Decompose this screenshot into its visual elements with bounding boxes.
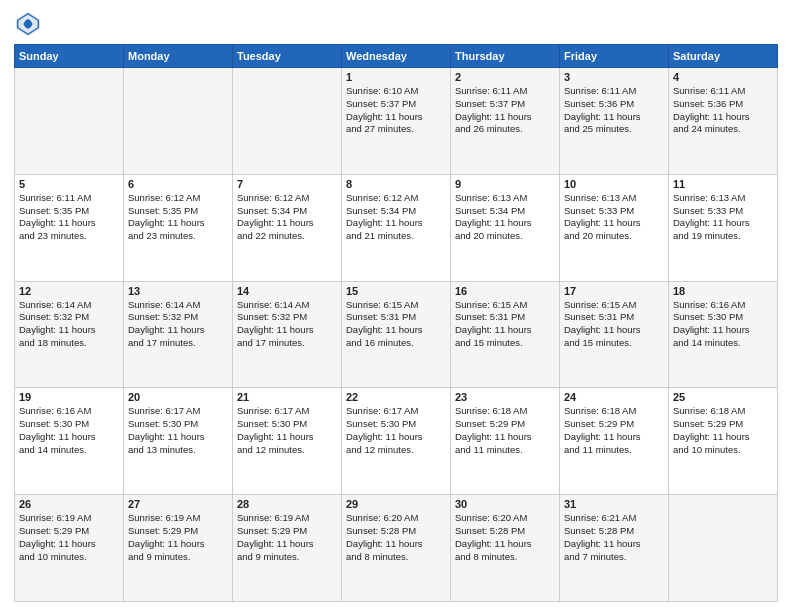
cell-content: Sunrise: 6:21 AM Sunset: 5:28 PM Dayligh… [564, 512, 664, 563]
cell-content: Sunrise: 6:19 AM Sunset: 5:29 PM Dayligh… [19, 512, 119, 563]
calendar-cell: 21Sunrise: 6:17 AM Sunset: 5:30 PM Dayli… [233, 388, 342, 495]
calendar-cell: 27Sunrise: 6:19 AM Sunset: 5:29 PM Dayli… [124, 495, 233, 602]
cell-content: Sunrise: 6:12 AM Sunset: 5:34 PM Dayligh… [237, 192, 337, 243]
cell-content: Sunrise: 6:15 AM Sunset: 5:31 PM Dayligh… [455, 299, 555, 350]
calendar-cell: 19Sunrise: 6:16 AM Sunset: 5:30 PM Dayli… [15, 388, 124, 495]
day-number: 3 [564, 71, 664, 83]
cell-content: Sunrise: 6:17 AM Sunset: 5:30 PM Dayligh… [128, 405, 228, 456]
day-number: 17 [564, 285, 664, 297]
cell-content: Sunrise: 6:12 AM Sunset: 5:34 PM Dayligh… [346, 192, 446, 243]
cell-content: Sunrise: 6:19 AM Sunset: 5:29 PM Dayligh… [128, 512, 228, 563]
day-number: 10 [564, 178, 664, 190]
day-number: 26 [19, 498, 119, 510]
calendar-cell: 12Sunrise: 6:14 AM Sunset: 5:32 PM Dayli… [15, 281, 124, 388]
calendar-cell: 14Sunrise: 6:14 AM Sunset: 5:32 PM Dayli… [233, 281, 342, 388]
cell-content: Sunrise: 6:20 AM Sunset: 5:28 PM Dayligh… [346, 512, 446, 563]
cell-content: Sunrise: 6:15 AM Sunset: 5:31 PM Dayligh… [346, 299, 446, 350]
day-number: 24 [564, 391, 664, 403]
calendar-cell: 8Sunrise: 6:12 AM Sunset: 5:34 PM Daylig… [342, 174, 451, 281]
calendar-cell [15, 68, 124, 175]
calendar-cell: 7Sunrise: 6:12 AM Sunset: 5:34 PM Daylig… [233, 174, 342, 281]
day-number: 8 [346, 178, 446, 190]
day-number: 4 [673, 71, 773, 83]
logo [14, 10, 46, 38]
calendar-week-2: 5Sunrise: 6:11 AM Sunset: 5:35 PM Daylig… [15, 174, 778, 281]
cell-content: Sunrise: 6:18 AM Sunset: 5:29 PM Dayligh… [564, 405, 664, 456]
weekday-header-monday: Monday [124, 45, 233, 68]
calendar-header: SundayMondayTuesdayWednesdayThursdayFrid… [15, 45, 778, 68]
day-number: 2 [455, 71, 555, 83]
cell-content: Sunrise: 6:18 AM Sunset: 5:29 PM Dayligh… [455, 405, 555, 456]
weekday-header-thursday: Thursday [451, 45, 560, 68]
cell-content: Sunrise: 6:17 AM Sunset: 5:30 PM Dayligh… [237, 405, 337, 456]
calendar-cell: 10Sunrise: 6:13 AM Sunset: 5:33 PM Dayli… [560, 174, 669, 281]
calendar-week-4: 19Sunrise: 6:16 AM Sunset: 5:30 PM Dayli… [15, 388, 778, 495]
cell-content: Sunrise: 6:10 AM Sunset: 5:37 PM Dayligh… [346, 85, 446, 136]
weekday-header-saturday: Saturday [669, 45, 778, 68]
cell-content: Sunrise: 6:13 AM Sunset: 5:33 PM Dayligh… [673, 192, 773, 243]
calendar-cell: 16Sunrise: 6:15 AM Sunset: 5:31 PM Dayli… [451, 281, 560, 388]
cell-content: Sunrise: 6:17 AM Sunset: 5:30 PM Dayligh… [346, 405, 446, 456]
day-number: 9 [455, 178, 555, 190]
day-number: 16 [455, 285, 555, 297]
day-number: 19 [19, 391, 119, 403]
day-number: 30 [455, 498, 555, 510]
calendar-cell: 30Sunrise: 6:20 AM Sunset: 5:28 PM Dayli… [451, 495, 560, 602]
day-number: 13 [128, 285, 228, 297]
weekday-header-friday: Friday [560, 45, 669, 68]
calendar-cell: 15Sunrise: 6:15 AM Sunset: 5:31 PM Dayli… [342, 281, 451, 388]
cell-content: Sunrise: 6:16 AM Sunset: 5:30 PM Dayligh… [19, 405, 119, 456]
calendar-week-1: 1Sunrise: 6:10 AM Sunset: 5:37 PM Daylig… [15, 68, 778, 175]
calendar-cell: 5Sunrise: 6:11 AM Sunset: 5:35 PM Daylig… [15, 174, 124, 281]
day-number: 21 [237, 391, 337, 403]
cell-content: Sunrise: 6:14 AM Sunset: 5:32 PM Dayligh… [19, 299, 119, 350]
calendar-cell: 4Sunrise: 6:11 AM Sunset: 5:36 PM Daylig… [669, 68, 778, 175]
day-number: 23 [455, 391, 555, 403]
day-number: 12 [19, 285, 119, 297]
calendar-table: SundayMondayTuesdayWednesdayThursdayFrid… [14, 44, 778, 602]
calendar-cell: 26Sunrise: 6:19 AM Sunset: 5:29 PM Dayli… [15, 495, 124, 602]
cell-content: Sunrise: 6:11 AM Sunset: 5:37 PM Dayligh… [455, 85, 555, 136]
calendar-cell: 18Sunrise: 6:16 AM Sunset: 5:30 PM Dayli… [669, 281, 778, 388]
cell-content: Sunrise: 6:16 AM Sunset: 5:30 PM Dayligh… [673, 299, 773, 350]
day-number: 6 [128, 178, 228, 190]
day-number: 25 [673, 391, 773, 403]
calendar-body: 1Sunrise: 6:10 AM Sunset: 5:37 PM Daylig… [15, 68, 778, 602]
day-number: 18 [673, 285, 773, 297]
cell-content: Sunrise: 6:14 AM Sunset: 5:32 PM Dayligh… [237, 299, 337, 350]
calendar-cell [233, 68, 342, 175]
calendar-cell: 1Sunrise: 6:10 AM Sunset: 5:37 PM Daylig… [342, 68, 451, 175]
cell-content: Sunrise: 6:13 AM Sunset: 5:34 PM Dayligh… [455, 192, 555, 243]
calendar-week-3: 12Sunrise: 6:14 AM Sunset: 5:32 PM Dayli… [15, 281, 778, 388]
cell-content: Sunrise: 6:11 AM Sunset: 5:36 PM Dayligh… [673, 85, 773, 136]
day-number: 28 [237, 498, 337, 510]
calendar-cell: 22Sunrise: 6:17 AM Sunset: 5:30 PM Dayli… [342, 388, 451, 495]
logo-icon [14, 10, 42, 38]
weekday-header-sunday: Sunday [15, 45, 124, 68]
calendar-cell: 6Sunrise: 6:12 AM Sunset: 5:35 PM Daylig… [124, 174, 233, 281]
day-number: 11 [673, 178, 773, 190]
calendar-cell: 28Sunrise: 6:19 AM Sunset: 5:29 PM Dayli… [233, 495, 342, 602]
calendar-cell: 2Sunrise: 6:11 AM Sunset: 5:37 PM Daylig… [451, 68, 560, 175]
day-number: 22 [346, 391, 446, 403]
day-number: 1 [346, 71, 446, 83]
calendar-cell: 24Sunrise: 6:18 AM Sunset: 5:29 PM Dayli… [560, 388, 669, 495]
day-number: 15 [346, 285, 446, 297]
calendar-week-5: 26Sunrise: 6:19 AM Sunset: 5:29 PM Dayli… [15, 495, 778, 602]
calendar-cell: 25Sunrise: 6:18 AM Sunset: 5:29 PM Dayli… [669, 388, 778, 495]
cell-content: Sunrise: 6:20 AM Sunset: 5:28 PM Dayligh… [455, 512, 555, 563]
cell-content: Sunrise: 6:11 AM Sunset: 5:35 PM Dayligh… [19, 192, 119, 243]
page-container: SundayMondayTuesdayWednesdayThursdayFrid… [0, 0, 792, 612]
calendar-cell: 13Sunrise: 6:14 AM Sunset: 5:32 PM Dayli… [124, 281, 233, 388]
day-number: 29 [346, 498, 446, 510]
calendar-cell: 9Sunrise: 6:13 AM Sunset: 5:34 PM Daylig… [451, 174, 560, 281]
cell-content: Sunrise: 6:18 AM Sunset: 5:29 PM Dayligh… [673, 405, 773, 456]
calendar-cell: 3Sunrise: 6:11 AM Sunset: 5:36 PM Daylig… [560, 68, 669, 175]
calendar-cell: 31Sunrise: 6:21 AM Sunset: 5:28 PM Dayli… [560, 495, 669, 602]
calendar-cell: 29Sunrise: 6:20 AM Sunset: 5:28 PM Dayli… [342, 495, 451, 602]
day-number: 20 [128, 391, 228, 403]
calendar-cell [669, 495, 778, 602]
cell-content: Sunrise: 6:12 AM Sunset: 5:35 PM Dayligh… [128, 192, 228, 243]
cell-content: Sunrise: 6:11 AM Sunset: 5:36 PM Dayligh… [564, 85, 664, 136]
day-number: 5 [19, 178, 119, 190]
